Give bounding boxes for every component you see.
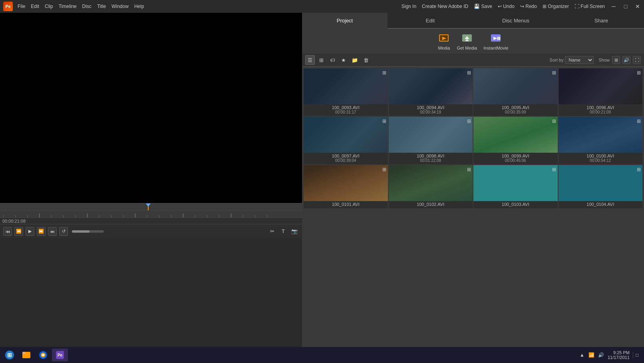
sub-tool-instant-movie[interactable]: InstantMovie [483, 32, 508, 50]
tag-button[interactable]: 🏷 [328, 55, 337, 65]
menu-clip[interactable]: Clip [45, 4, 53, 9]
undo-button[interactable]: ↩ Undo [498, 4, 515, 9]
media-item-101[interactable]: ⊞ 100_0101.AVI [304, 165, 388, 208]
step-forward-button[interactable]: ⏩ [37, 227, 46, 236]
media-name-95: 100_0095.AVI [473, 104, 558, 110]
svg-rect-9 [497, 37, 499, 40]
media-item-97[interactable]: ⊞ 100_0097.AVI 00:00:39:04 [304, 117, 388, 164]
volume-slider[interactable] [72, 230, 104, 233]
clip-icon-97: ⊞ [382, 118, 386, 124]
media-thumbnail-93: ⊞ [304, 68, 388, 104]
sign-in-link[interactable]: Sign In [402, 4, 416, 9]
clip-icon-93: ⊞ [382, 70, 386, 76]
trash-button[interactable]: 🗑 [361, 55, 371, 65]
media-item-104[interactable]: ⊞ 100_0104.AVI [559, 165, 643, 208]
grid-view-button[interactable]: ⊞ [316, 55, 326, 65]
organizer-button[interactable]: ⊞ Organizer [543, 4, 569, 9]
media-item-99[interactable]: ⊞ 100_0099.AVI 00:00:45:06 [473, 117, 558, 164]
tab-edit[interactable]: Edit [388, 13, 473, 29]
right-panel: Project Edit Disc Menus Share Media [302, 13, 644, 347]
sort-by-dropdown[interactable]: Name Date Duration [565, 56, 594, 64]
media-item-95[interactable]: ⊞ 100_0095.AVI 00:00:35:09 [473, 68, 558, 116]
media-grid: ⊞ 100_0093.AVI 00:00:31:17 ⊞ 100_0094.AV… [302, 67, 644, 347]
create-adobe-id-link[interactable]: Create New Adobe ID [422, 4, 468, 9]
tab-disc-menus[interactable]: Disc Menus [473, 13, 559, 29]
firefox-button[interactable] [35, 349, 51, 361]
media-item-100[interactable]: ⊞ 100_0100.AVI 00:00:54:12 [559, 117, 643, 164]
tab-share[interactable]: Share [559, 13, 644, 29]
star-button[interactable]: ★ [339, 55, 348, 65]
close-button[interactable]: ✕ [634, 3, 641, 10]
media-item-96[interactable]: ⊞ 100_0096.AVI 00:00:21:09 [559, 68, 643, 116]
scrubber-thumb [148, 203, 149, 210]
clip-icon-103: ⊞ [552, 167, 556, 172]
sub-tool-get-media[interactable]: Get Media [457, 32, 477, 50]
expand-button[interactable]: ⛶ [633, 56, 641, 64]
timeline-scrubber[interactable] [0, 203, 302, 210]
menu-window[interactable]: Window [111, 4, 129, 9]
volume-slider-fill [72, 230, 89, 233]
media-thumbnail-94: ⊞ [389, 68, 473, 104]
maximize-button[interactable]: □ [622, 3, 629, 10]
fullscreen-button[interactable]: ⛶ Full Screen [574, 4, 605, 9]
media-name-103: 100_0103.AVI [473, 201, 558, 207]
media-thumbnail-98: ⊞ [389, 117, 473, 153]
clip-icon-102: ⊞ [467, 167, 471, 172]
media-thumbnail-95: ⊞ [473, 68, 558, 104]
media-name-102: 100_0102.AVI [389, 201, 473, 207]
menu-disc[interactable]: Disc [82, 4, 91, 9]
svg-point-17 [42, 354, 44, 356]
svg-text:⊞: ⊞ [7, 352, 12, 358]
menu-file[interactable]: File [18, 4, 25, 9]
media-item-93[interactable]: ⊞ 100_0093.AVI 00:00:31:17 [304, 68, 388, 116]
text-tool-button[interactable]: T [279, 227, 288, 236]
menu-timeline[interactable]: Timeline [59, 4, 77, 9]
scrubber-track [0, 203, 302, 210]
show-desktop-button[interactable]: □ [633, 352, 639, 358]
save-button[interactable]: 💾 Save [474, 4, 492, 9]
tray-icon-volume: 🔊 [598, 352, 604, 358]
clip-icon-96: ⊞ [637, 70, 641, 76]
sub-tool-media[interactable]: Media [437, 32, 450, 50]
media-name-99: 100_0099.AVI [473, 153, 558, 158]
main-area: 00:00:21:08 ⏮ ⏪ ▶ ⏩ ⏭ ↺ ✂ T 📷 Project Ed… [0, 13, 644, 347]
media-name-104: 100_0104.AVI [559, 201, 643, 207]
show-options-button[interactable]: ⊞ [612, 56, 620, 64]
media-item-103[interactable]: ⊞ 100_0103.AVI [473, 165, 558, 208]
media-item-94[interactable]: ⊞ 100_0094.AVI 00:00:34:19 [389, 68, 473, 116]
clip-icon-94: ⊞ [467, 70, 471, 76]
camera-tool-button[interactable]: 📷 [290, 227, 299, 236]
media-thumbnail-97: ⊞ [304, 117, 388, 153]
sub-tool-get-media-label: Get Media [457, 46, 477, 50]
menu-title[interactable]: Title [97, 4, 106, 9]
folder-button[interactable]: 📁 [350, 55, 360, 65]
media-name-96: 100_0096.AVI [559, 104, 643, 110]
media-icon [437, 32, 450, 45]
fast-forward-button[interactable]: ⏭ [48, 227, 57, 236]
media-duration-99: 00:00:45:06 [473, 158, 558, 163]
redo-button[interactable]: ↪ Redo [520, 4, 537, 9]
media-item-98[interactable]: ⊞ 100_0098.AVI 00:01:22:08 [389, 117, 473, 164]
step-back-button[interactable]: ⏪ [14, 227, 23, 236]
ruler-ticks [3, 211, 279, 217]
menu-edit[interactable]: Edit [31, 4, 39, 9]
media-name-101: 100_0101.AVI [304, 201, 388, 207]
media-duration-97: 00:00:39:04 [304, 158, 388, 163]
clip-icon-101: ⊞ [382, 167, 386, 172]
clip-icon-104: ⊞ [637, 167, 641, 172]
sub-tool-media-label: Media [438, 46, 450, 50]
menu-help[interactable]: Help [134, 4, 144, 9]
media-name-98: 100_0098.AVI [389, 153, 473, 158]
start-button[interactable]: ⊞ [2, 349, 18, 361]
tab-project[interactable]: Project [302, 13, 388, 29]
razor-tool-button[interactable]: ✂ [268, 227, 276, 236]
go-to-start-button[interactable]: ⏮ [3, 227, 12, 236]
audio-button[interactable]: 🔊 [622, 56, 630, 64]
explorer-button[interactable] [18, 349, 34, 361]
minimize-button[interactable]: ─ [610, 3, 617, 10]
list-view-button[interactable]: ☰ [305, 55, 315, 65]
media-item-102[interactable]: ⊞ 100_0102.AVI [389, 165, 473, 208]
play-pause-button[interactable]: ▶ [26, 227, 34, 236]
loop-button[interactable]: ↺ [59, 227, 68, 236]
premiere-button[interactable]: Pe [52, 349, 68, 361]
